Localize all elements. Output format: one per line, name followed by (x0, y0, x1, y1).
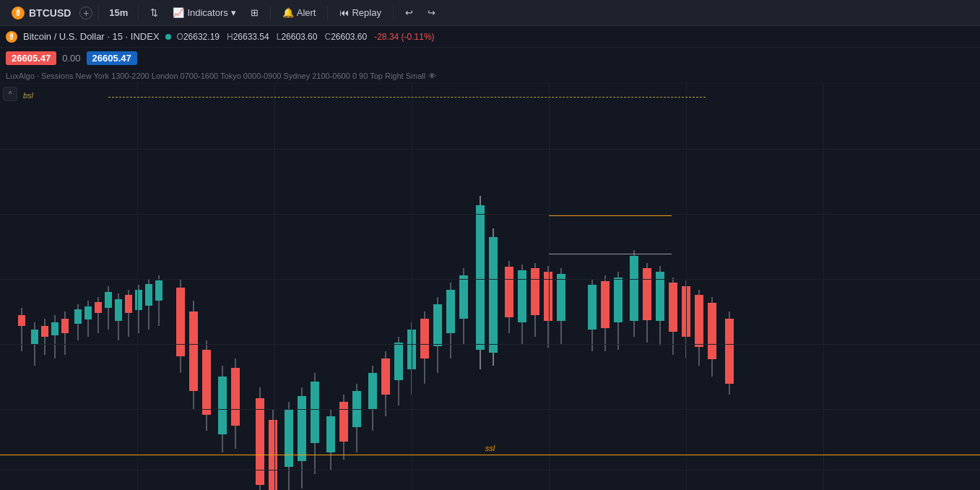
indicator-bar: LuxAlgo · Sessions New York 1300-2200 Lo… (0, 68, 980, 84)
svg-rect-80 (531, 268, 539, 315)
divider-5 (393, 6, 394, 20)
grid-h-6 (0, 470, 980, 470)
price-change-zero: 0.00 (62, 53, 80, 64)
hide-indicator-button[interactable]: 👁 (428, 72, 436, 80)
compare-icon: ⇅ (150, 7, 158, 18)
layouts-icon: ⊞ (251, 7, 259, 18)
divider-4 (327, 6, 328, 20)
svg-rect-26 (145, 284, 152, 306)
indicators-button[interactable]: 📈 Indicators ▾ (167, 4, 241, 21)
svg-rect-38 (231, 368, 240, 426)
resistance-line-2 (549, 254, 672, 254)
add-symbol-button[interactable]: + (79, 7, 92, 20)
svg-rect-32 (189, 311, 198, 391)
svg-rect-92 (630, 256, 638, 321)
alert-label: Alert (297, 7, 316, 18)
svg-rect-104 (708, 303, 716, 359)
svg-rect-6 (41, 326, 48, 337)
svg-rect-48 (311, 382, 319, 443)
low-value: L26603.60 (277, 32, 318, 42)
grid-h-1 (0, 149, 980, 150)
ohlc-values: O26632.19 H26633.54 L26603.60 C26603.60 … (177, 32, 435, 42)
grid-v-3 (412, 84, 412, 490)
svg-rect-72 (476, 205, 485, 350)
svg-rect-86 (588, 285, 597, 330)
ssl-label: ssl (485, 444, 495, 452)
close-value: C26603.60 (324, 32, 367, 42)
svg-rect-12 (74, 309, 82, 324)
alert-button[interactable]: 🔔 Alert (277, 4, 322, 21)
undo-button[interactable]: ↩ (399, 4, 419, 21)
price-change: -28.34 (-0.11%) (374, 32, 434, 42)
svg-rect-2 (18, 315, 25, 326)
redo-button[interactable]: ↪ (422, 4, 441, 21)
svg-rect-60 (394, 343, 403, 380)
svg-rect-102 (695, 295, 703, 347)
indicators-icon: 📈 (173, 7, 184, 18)
grid-h-5 (0, 409, 980, 410)
btc-icon: ₿ (12, 7, 25, 20)
svg-rect-84 (557, 274, 565, 321)
compare-button[interactable]: ⇅ (144, 4, 164, 21)
svg-rect-58 (381, 358, 390, 395)
main-toolbar: ₿ BTCUSD + 15m ⇅ 📈 Indicators ▾ ⊞ 🔔 Aler… (0, 0, 980, 26)
svg-rect-16 (95, 302, 102, 313)
current-price-badge: 26605.47 (6, 51, 56, 65)
svg-rect-34 (202, 350, 211, 415)
svg-rect-74 (489, 237, 498, 353)
svg-rect-14 (84, 306, 92, 319)
live-indicator (165, 34, 171, 40)
collapse-panel-button[interactable]: ^ (3, 87, 17, 101)
chart-area[interactable]: ^ bsl ssl (0, 84, 980, 490)
alert-icon: 🔔 (282, 7, 294, 18)
svg-rect-52 (339, 402, 348, 442)
divider-3 (270, 6, 271, 20)
undo-icon: ↩ (405, 7, 413, 18)
grid-h-4 (0, 344, 980, 345)
grid-v-2 (274, 84, 275, 490)
svg-rect-76 (505, 267, 513, 317)
symbol-text: BTCUSD (29, 7, 71, 19)
redo-icon: ↪ (428, 7, 435, 18)
open-value: O26632.19 (177, 32, 220, 42)
info-bar: ₿ Bitcoin / U.S. Dollar · 15 · INDEX O26… (0, 26, 980, 48)
candlestick-chart (0, 84, 980, 490)
svg-rect-56 (368, 373, 377, 409)
replay-button[interactable]: ⏮ Replay (334, 4, 386, 21)
bsl-label: bsl (23, 91, 33, 100)
svg-rect-4 (31, 330, 38, 344)
svg-rect-46 (298, 396, 306, 461)
indicators-chevron: ▾ (231, 7, 236, 18)
svg-rect-36 (218, 377, 227, 434)
grid-h-3 (0, 279, 980, 280)
replay-label: Replay (352, 7, 381, 18)
svg-rect-68 (446, 290, 455, 333)
high-value: H26633.54 (227, 32, 269, 42)
divider-1 (98, 6, 99, 20)
grid-v-1 (137, 84, 138, 490)
price-row: 26605.47 0.00 26605.47 (0, 48, 980, 68)
grid-v-6 (823, 84, 824, 490)
divider-2 (138, 6, 139, 20)
duplicate-price-badge: 26605.47 (87, 51, 137, 65)
grid-h-2 (0, 214, 980, 215)
timeframe-button[interactable]: 15m (105, 4, 132, 21)
svg-rect-10 (61, 319, 69, 333)
svg-rect-28 (155, 280, 162, 301)
svg-rect-66 (433, 304, 442, 346)
symbol-selector[interactable]: ₿ BTCUSD (6, 5, 77, 21)
svg-rect-24 (135, 290, 142, 310)
svg-rect-40 (256, 398, 264, 485)
asset-name: Bitcoin / U.S. Dollar · 15 · INDEX (23, 31, 160, 42)
grid-v-4 (549, 84, 550, 490)
svg-rect-88 (601, 281, 610, 328)
svg-rect-18 (105, 292, 112, 308)
svg-rect-64 (420, 319, 429, 358)
layouts-button[interactable]: ⊞ (245, 4, 264, 21)
resistance-line-1 (549, 215, 672, 216)
svg-rect-94 (643, 268, 651, 320)
indicator-text: LuxAlgo · Sessions New York 1300-2200 Lo… (6, 72, 425, 80)
svg-rect-98 (669, 283, 677, 332)
svg-rect-8 (51, 322, 58, 335)
svg-rect-50 (326, 416, 335, 452)
